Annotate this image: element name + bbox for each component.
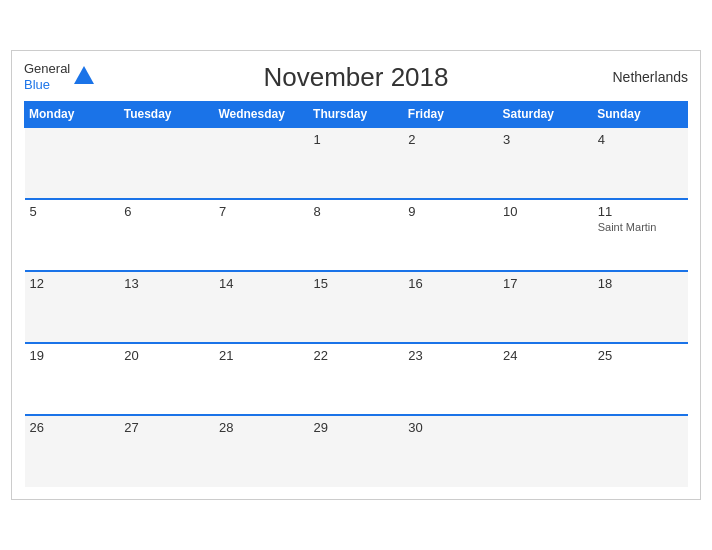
- day-number: 6: [124, 204, 209, 219]
- calendar-cell: 17: [498, 271, 593, 343]
- calendar-cell: 19: [25, 343, 120, 415]
- calendar-cell: 1: [309, 127, 404, 199]
- calendar-header: General Blue November 2018 Netherlands: [24, 61, 688, 92]
- header-wednesday: Wednesday: [214, 101, 309, 127]
- calendar-cell: [498, 415, 593, 487]
- day-number: 5: [30, 204, 115, 219]
- day-number: 25: [598, 348, 683, 363]
- calendar-cell: 20: [119, 343, 214, 415]
- calendar-cell: 14: [214, 271, 309, 343]
- calendar-cell: 27: [119, 415, 214, 487]
- calendar-cell: 16: [403, 271, 498, 343]
- calendar-cell: 8: [309, 199, 404, 271]
- calendar-cell: 28: [214, 415, 309, 487]
- calendar-week-row: 2627282930: [25, 415, 688, 487]
- calendar-cell: 15: [309, 271, 404, 343]
- day-number: 12: [30, 276, 115, 291]
- calendar-cell: 30: [403, 415, 498, 487]
- calendar-cell: 2: [403, 127, 498, 199]
- calendar-week-row: 12131415161718: [25, 271, 688, 343]
- day-number: 8: [314, 204, 399, 219]
- logo-triangle-icon: [74, 66, 94, 84]
- day-number: 23: [408, 348, 493, 363]
- logo: General Blue: [24, 61, 94, 92]
- day-number: 13: [124, 276, 209, 291]
- calendar-cell: 12: [25, 271, 120, 343]
- day-number: 17: [503, 276, 588, 291]
- calendar-week-row: 1234: [25, 127, 688, 199]
- logo-blue: Blue: [24, 77, 70, 93]
- logo-text: General Blue: [24, 61, 70, 92]
- day-number: 20: [124, 348, 209, 363]
- day-number: 14: [219, 276, 304, 291]
- calendar-cell: 5: [25, 199, 120, 271]
- day-number: 29: [314, 420, 399, 435]
- day-number: 9: [408, 204, 493, 219]
- calendar-cell: 26: [25, 415, 120, 487]
- calendar-week-row: 567891011Saint Martin: [25, 199, 688, 271]
- calendar-cell: [25, 127, 120, 199]
- day-number: 3: [503, 132, 588, 147]
- day-number: 16: [408, 276, 493, 291]
- calendar-container: General Blue November 2018 Netherlands M…: [11, 50, 701, 499]
- header-sunday: Sunday: [593, 101, 688, 127]
- calendar-cell: 3: [498, 127, 593, 199]
- calendar-cell: 29: [309, 415, 404, 487]
- day-number: 26: [30, 420, 115, 435]
- day-number: 15: [314, 276, 399, 291]
- day-number: 30: [408, 420, 493, 435]
- calendar-cell: 6: [119, 199, 214, 271]
- day-number: 28: [219, 420, 304, 435]
- calendar-cell: 25: [593, 343, 688, 415]
- calendar-cell: 24: [498, 343, 593, 415]
- calendar-cell: 21: [214, 343, 309, 415]
- calendar-title: November 2018: [264, 62, 449, 93]
- day-event: Saint Martin: [598, 221, 683, 233]
- day-number: 19: [30, 348, 115, 363]
- day-number: 18: [598, 276, 683, 291]
- header-friday: Friday: [403, 101, 498, 127]
- calendar-cell: 22: [309, 343, 404, 415]
- day-number: 1: [314, 132, 399, 147]
- calendar-cell: 7: [214, 199, 309, 271]
- calendar-week-row: 19202122232425: [25, 343, 688, 415]
- calendar-cell: [593, 415, 688, 487]
- weekday-header-row: Monday Tuesday Wednesday Thursday Friday…: [25, 101, 688, 127]
- calendar-cell: 4: [593, 127, 688, 199]
- calendar-cell: 11Saint Martin: [593, 199, 688, 271]
- calendar-grid: Monday Tuesday Wednesday Thursday Friday…: [24, 101, 688, 487]
- calendar-cell: 18: [593, 271, 688, 343]
- country-label: Netherlands: [613, 69, 689, 85]
- calendar-cell: [214, 127, 309, 199]
- day-number: 22: [314, 348, 399, 363]
- day-number: 10: [503, 204, 588, 219]
- header-tuesday: Tuesday: [119, 101, 214, 127]
- calendar-cell: [119, 127, 214, 199]
- day-number: 4: [598, 132, 683, 147]
- calendar-cell: 13: [119, 271, 214, 343]
- day-number: 21: [219, 348, 304, 363]
- header-saturday: Saturday: [498, 101, 593, 127]
- day-number: 11: [598, 204, 683, 219]
- day-number: 24: [503, 348, 588, 363]
- day-number: 27: [124, 420, 209, 435]
- calendar-cell: 10: [498, 199, 593, 271]
- calendar-cell: 23: [403, 343, 498, 415]
- logo-general: General: [24, 61, 70, 77]
- header-thursday: Thursday: [309, 101, 404, 127]
- calendar-cell: 9: [403, 199, 498, 271]
- day-number: 7: [219, 204, 304, 219]
- day-number: 2: [408, 132, 493, 147]
- header-monday: Monday: [25, 101, 120, 127]
